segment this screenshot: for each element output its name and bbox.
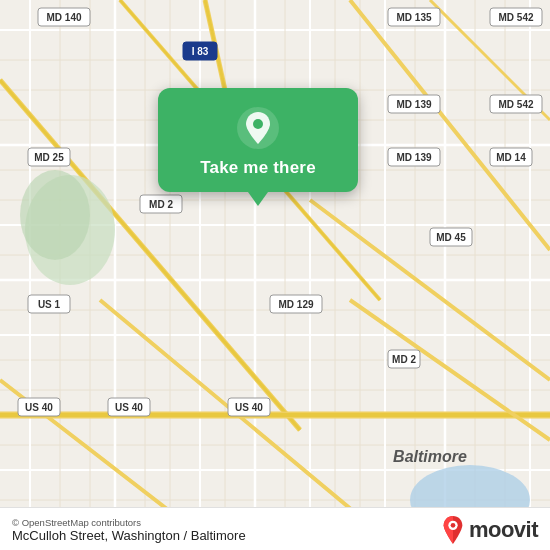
svg-text:MD 2: MD 2	[149, 199, 173, 210]
svg-point-94	[451, 523, 456, 528]
svg-text:MD 139: MD 139	[396, 99, 431, 110]
moovit-logo: moovit	[439, 516, 538, 544]
osm-credit: © OpenStreetMap contributors	[12, 517, 246, 528]
svg-point-92	[253, 119, 263, 129]
svg-text:MD 135: MD 135	[396, 12, 431, 23]
map-background: MD 140 I 83 MD 135 MD 542 MD 542 MD 139 …	[0, 0, 550, 550]
svg-text:MD 129: MD 129	[278, 299, 313, 310]
svg-text:US 1: US 1	[38, 299, 61, 310]
svg-text:MD 45: MD 45	[436, 232, 466, 243]
bottom-bar: © OpenStreetMap contributors McCulloh St…	[0, 507, 550, 550]
map-container: MD 140 I 83 MD 135 MD 542 MD 542 MD 139 …	[0, 0, 550, 550]
svg-text:MD 139: MD 139	[396, 152, 431, 163]
map-pin-icon	[236, 106, 280, 150]
svg-text:US 40: US 40	[235, 402, 263, 413]
moovit-brand-text: moovit	[469, 517, 538, 543]
svg-point-54	[20, 170, 90, 260]
svg-text:MD 140: MD 140	[46, 12, 81, 23]
svg-text:MD 25: MD 25	[34, 152, 64, 163]
moovit-pin-icon	[439, 516, 467, 544]
svg-text:MD 2: MD 2	[392, 354, 416, 365]
svg-text:I 83: I 83	[192, 46, 209, 57]
bottom-left: © OpenStreetMap contributors McCulloh St…	[12, 517, 246, 543]
svg-text:MD 14: MD 14	[496, 152, 526, 163]
svg-text:Baltimore: Baltimore	[393, 448, 467, 465]
svg-text:MD 542: MD 542	[498, 99, 533, 110]
svg-text:US 40: US 40	[115, 402, 143, 413]
popup-card[interactable]: Take me there	[158, 88, 358, 192]
svg-text:MD 542: MD 542	[498, 12, 533, 23]
location-label: McCulloh Street, Washington / Baltimore	[12, 528, 246, 543]
svg-text:US 40: US 40	[25, 402, 53, 413]
take-me-there-button[interactable]: Take me there	[200, 158, 316, 178]
